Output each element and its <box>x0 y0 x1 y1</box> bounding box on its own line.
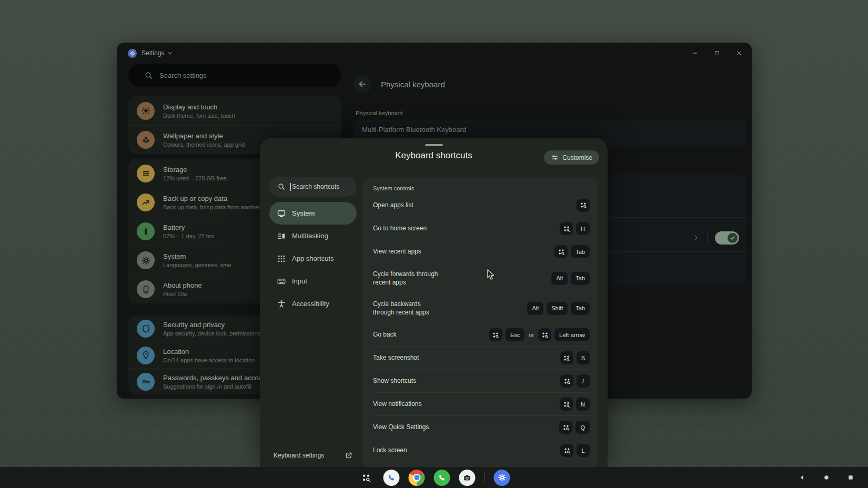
shield-icon <box>137 320 155 338</box>
shortcut-label: Cycle backwards through recent apps <box>373 300 439 317</box>
meta-key-icon <box>554 245 568 258</box>
close-button[interactable] <box>736 50 742 56</box>
shortcut-label: Take screenshot <box>373 353 419 362</box>
phone-app-icon[interactable] <box>383 470 400 486</box>
sidebar-item-subtitle: Suggestions for sign-in and autofill <box>163 383 271 390</box>
page-header: Physical keyboard <box>354 75 445 93</box>
shortcut-row: Go backEscorLeft arrow <box>373 323 590 346</box>
taskbar-nav <box>799 474 854 481</box>
chevron-right-icon[interactable] <box>692 234 700 241</box>
home-nav-button[interactable] <box>823 474 830 481</box>
shortcut-list-card: System controls Open apps listGo to home… <box>362 177 598 471</box>
bars-icon <box>137 165 155 182</box>
key-badge: N <box>576 398 590 411</box>
sidebar-item-subtitle: Dark theme, font size, touch <box>163 113 235 119</box>
sidebar-item-title: About phone <box>163 281 202 289</box>
dialog-nav-item-app-shortcuts[interactable]: App shortcuts <box>269 247 357 270</box>
shortcut-search-placeholder: Search shortcuts <box>292 183 339 190</box>
desktop: Settings Search settings Display and tou… <box>0 0 868 488</box>
toggle-switch-on[interactable] <box>715 231 739 245</box>
tune-icon <box>551 154 559 161</box>
taskbar-apps <box>358 470 510 486</box>
minimize-button[interactable] <box>692 50 698 56</box>
whatsapp-app-icon[interactable] <box>434 470 450 486</box>
shortcut-label: Cycle forwards through recent apps <box>373 270 439 287</box>
shortcut-row: View notificationsN <box>373 392 590 415</box>
shortcut-label: View recent apps <box>373 247 421 256</box>
window-app-name: Settings <box>142 49 164 57</box>
drag-handle[interactable] <box>425 144 443 146</box>
gear-icon <box>137 251 155 269</box>
shortcut-search-input[interactable]: Search shortcuts <box>269 177 357 197</box>
back-nav-button[interactable] <box>799 474 806 481</box>
shortcut-row: View recent appsTab <box>373 240 590 263</box>
search-icon <box>277 182 286 191</box>
chevron-down-icon[interactable] <box>166 49 174 57</box>
dialog-nav: SystemMultitaskingApp shortcutsInputAcce… <box>269 202 357 315</box>
search-icon <box>144 71 153 80</box>
shortcut-label: View Quick Settings <box>373 423 429 431</box>
shortcut-keys: S <box>560 351 590 364</box>
shortcut-label: Go back <box>373 330 397 339</box>
key-badge: L <box>577 444 590 457</box>
sidebar-item[interactable]: Display and touchDark theme, font size, … <box>128 96 341 125</box>
shortcut-rows: Open apps listGo to home screenHView rec… <box>373 194 590 462</box>
dialog-nav-item-multitasking[interactable]: Multitasking <box>269 225 357 247</box>
meta-key-icon <box>559 421 572 434</box>
multitask-icon <box>277 231 286 241</box>
meta-key-icon <box>560 222 573 235</box>
launcher-app-icon[interactable] <box>358 470 375 486</box>
sun-icon <box>137 102 155 120</box>
sidebar-item-subtitle: On/14 apps have access to location <box>163 357 255 363</box>
key-icon <box>137 373 155 391</box>
shortcut-keys: Q <box>559 421 590 434</box>
recents-nav-button[interactable] <box>847 474 854 481</box>
dialog-nav-item-system[interactable]: System <box>269 202 357 225</box>
shortcut-row: Open apps list <box>373 194 590 217</box>
meta-key-icon <box>489 328 502 341</box>
settings-app-icon[interactable] <box>494 470 510 486</box>
settings-search-input[interactable]: Search settings <box>128 64 341 87</box>
dialog-nav-item-input[interactable]: Input <box>269 270 357 292</box>
battery-icon <box>137 222 155 240</box>
sidebar-item-subtitle: App security, device lock, permissions <box>163 330 260 337</box>
shortcut-row: Show shortcuts/ <box>373 369 590 392</box>
taskbar <box>0 467 868 488</box>
pin-icon <box>137 347 155 364</box>
key-badge: H <box>576 222 590 235</box>
maximize-button[interactable] <box>714 50 720 56</box>
shortcut-keys: / <box>560 374 590 388</box>
chrome-app-icon[interactable] <box>409 470 425 486</box>
meta-key-icon <box>538 328 551 341</box>
check-icon <box>728 233 738 243</box>
dialog-nav-item-accessibility[interactable]: Accessibility <box>269 292 357 315</box>
shortcut-keys <box>577 199 590 212</box>
or-label: or <box>529 332 534 338</box>
shortcut-row: Go to home screenH <box>373 217 590 240</box>
shortcut-row: Lock screenL <box>373 439 590 462</box>
key-badge: Alt <box>527 302 543 315</box>
back-arrow-button[interactable] <box>354 75 371 93</box>
sidebar-item-subtitle: Languages, gestures, time <box>163 262 231 268</box>
dialog-nav-column: Search shortcuts SystemMultitaskingApp s… <box>269 177 357 467</box>
customise-button[interactable]: Customise <box>544 150 599 165</box>
external-link-icon <box>345 452 352 459</box>
sidebar-item-title: Wallpaper and style <box>163 132 245 140</box>
shortcut-row: View Quick SettingsQ <box>373 415 590 439</box>
shortcut-label: Go to home screen <box>373 224 427 232</box>
mouse-cursor <box>487 269 495 280</box>
shortcut-keys: Tab <box>554 245 590 258</box>
shortcut-keys: EscorLeft arrow <box>489 328 590 341</box>
section-header: System controls <box>373 177 590 194</box>
sidebar-item-title: Security and privacy <box>163 321 260 329</box>
shortcut-label: Show shortcuts <box>373 377 416 385</box>
accessibility-icon <box>277 299 286 309</box>
keyboard-settings-link[interactable]: Keyboard settings <box>274 452 352 459</box>
camera-app-icon[interactable] <box>459 470 476 486</box>
shortcut-keys: N <box>560 398 590 411</box>
phoneframe-icon <box>137 280 155 298</box>
shortcut-label: View notifications <box>373 400 422 408</box>
shortcut-keys: AltShiftTab <box>527 302 590 315</box>
settings-search-placeholder: Search settings <box>159 72 207 79</box>
settings-app-icon <box>128 49 137 58</box>
